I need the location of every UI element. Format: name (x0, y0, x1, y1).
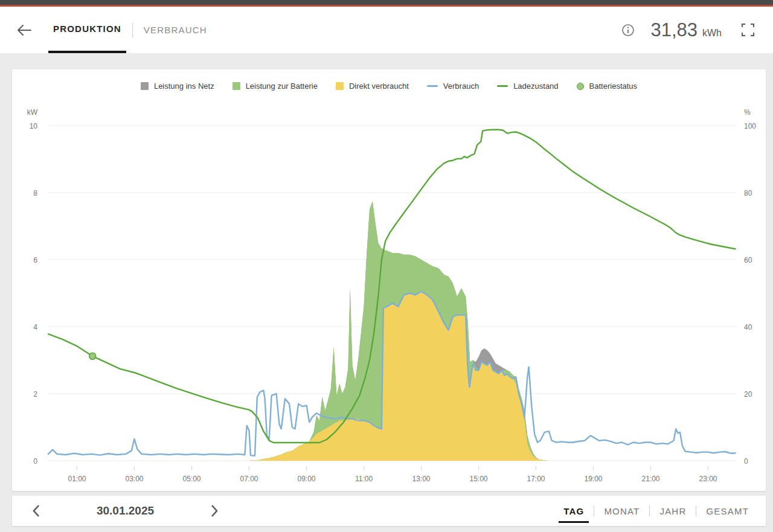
x-tick-label: 09:00 (297, 475, 315, 483)
x-tick-label: 13:00 (412, 475, 430, 483)
legend-label: Ladezustand (513, 82, 558, 91)
header-right: 31,83 kWh (621, 7, 773, 53)
y-tick-right: 0 (744, 457, 748, 466)
legend-item-direkt[interactable]: Direkt verbraucht (336, 82, 409, 91)
header: PRODUKTION VERBRAUCH 31,83 kWh (0, 7, 773, 53)
previous-day-button[interactable] (24, 496, 48, 526)
range-tab-label: TAG (563, 506, 584, 516)
footer-bar: 30.01.2025 TAG MONAT JAHR GESAMT (12, 496, 766, 526)
info-icon[interactable] (621, 24, 635, 37)
x-tick-label: 17:00 (527, 475, 545, 483)
range-divider (649, 505, 650, 516)
tab-verbrauch-label: VERBRAUCH (144, 25, 207, 35)
y-tick-right: 60 (744, 256, 752, 264)
back-arrow-icon (16, 22, 32, 38)
chevron-right-icon (210, 504, 219, 518)
chart-svg[interactable]: kW % 10 8 6 4 2 0 100 80 60 40 20 0 (12, 97, 766, 489)
y-tick-left: 0 (33, 457, 37, 466)
chart-card: Leistung ins Netz Leistung zur Batterie … (12, 69, 766, 491)
range-tab-monat[interactable]: MONAT (601, 496, 642, 526)
batteriestatus-dot-swatch-icon (577, 83, 584, 90)
y-tick-right: 100 (744, 122, 756, 130)
right-axis-unit: % (744, 108, 751, 117)
left-axis-unit: kW (27, 108, 38, 117)
x-tick-label: 03:00 (125, 475, 143, 483)
x-tick-label: 05:00 (182, 475, 200, 483)
legend-item-netz[interactable]: Leistung ins Netz (141, 82, 214, 91)
legend-item-batterie[interactable]: Leistung zur Batterie (233, 82, 318, 91)
x-tick-label: 23:00 (699, 475, 717, 483)
y-tick-left: 6 (33, 256, 37, 264)
fullscreen-button[interactable] (741, 23, 755, 37)
y-tick-left: 2 (33, 390, 37, 399)
range-tab-label: GESAMT (706, 506, 749, 516)
legend-label: Batteriestatus (589, 82, 638, 91)
direkt-swatch-icon (336, 82, 344, 90)
range-tabs: TAG MONAT JAHR GESAMT (561, 496, 766, 526)
legend-item-verbrauch[interactable]: Verbrauch (427, 82, 479, 91)
x-tick-label: 07:00 (240, 475, 258, 483)
header-tabs: PRODUKTION VERBRAUCH (48, 7, 212, 53)
back-button[interactable] (0, 7, 48, 53)
range-tab-tag[interactable]: TAG (561, 496, 586, 526)
range-divider (696, 505, 696, 516)
batterie-swatch-icon (233, 82, 240, 90)
legend-item-batteriestatus[interactable]: Batteriestatus (577, 82, 638, 91)
tab-produktion-label: PRODUKTION (53, 24, 121, 34)
ladezustand-line-swatch-icon (497, 85, 508, 87)
area-direkt-verbraucht (48, 292, 548, 461)
range-tab-label: JAHR (659, 506, 686, 516)
y-tick-left: 10 (30, 122, 38, 130)
chart-legend: Leistung ins Netz Leistung zur Batterie … (12, 69, 766, 97)
legend-label: Leistung ins Netz (154, 82, 214, 91)
x-tick-label: 21:00 (641, 475, 659, 483)
range-tab-jahr[interactable]: JAHR (657, 496, 688, 526)
date-label: 30.01.2025 (48, 504, 202, 518)
tab-divider (132, 23, 133, 37)
legend-label: Direkt verbraucht (349, 82, 409, 91)
netz-swatch-icon (141, 82, 149, 90)
tab-verbrauch[interactable]: VERBRAUCH (139, 7, 212, 53)
fullscreen-icon (741, 23, 755, 37)
y-tick-right: 80 (744, 189, 752, 197)
y-tick-left: 8 (33, 189, 37, 197)
x-tick-label: 19:00 (584, 475, 602, 483)
x-tick-label: 01:00 (68, 475, 86, 483)
total-energy-value: 31,83 (650, 19, 698, 41)
batteriestatus-marker[interactable] (89, 353, 96, 359)
legend-item-ladezustand[interactable]: Ladezustand (497, 82, 558, 91)
total-energy-unit: kWh (702, 22, 722, 39)
legend-label: Leistung zur Batterie (246, 82, 318, 91)
y-tick-right: 40 (744, 323, 752, 332)
x-tick-label: 11:00 (355, 475, 373, 483)
top-chrome-strip (0, 0, 773, 5)
range-tab-label: MONAT (604, 506, 640, 516)
y-tick-left: 4 (33, 323, 37, 332)
y-tick-right: 20 (744, 390, 752, 399)
tab-produktion[interactable]: PRODUKTION (48, 7, 126, 53)
range-divider (594, 505, 594, 516)
chevron-left-icon (31, 504, 41, 518)
next-day-button[interactable] (202, 496, 226, 526)
range-tab-gesamt[interactable]: GESAMT (704, 496, 751, 526)
verbrauch-line-swatch-icon (427, 85, 438, 87)
x-tick-label: 15:00 (469, 475, 487, 483)
legend-label: Verbrauch (443, 82, 479, 91)
